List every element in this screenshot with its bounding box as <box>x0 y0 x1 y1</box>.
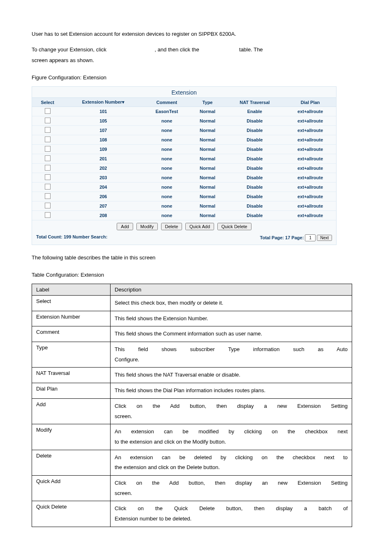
desc-row: Quick DeleteClick on the Quick Delete bu… <box>32 501 352 527</box>
cell-type: Normal <box>190 183 225 192</box>
row-checkbox[interactable] <box>45 108 51 114</box>
th-dial-plan[interactable]: Dial Plan <box>284 98 336 107</box>
cell-nat: Disable <box>225 164 284 173</box>
extension-table: Select Extension Number▾ Comment Type NA… <box>32 97 336 220</box>
add-button[interactable] <box>117 223 133 230</box>
table-row: 109noneNormalDisableext+allroute <box>32 145 336 154</box>
cell-nat: Disable <box>225 154 284 164</box>
cell-comment: none <box>143 126 190 135</box>
table-row: 107noneNormalDisableext+allroute <box>32 126 336 135</box>
quick-add-button[interactable] <box>185 223 214 230</box>
cell-ext-number[interactable]: 204 <box>63 183 143 192</box>
desc-row: ModifyAn extension can be modified by cl… <box>32 424 352 450</box>
desc-cell-description: This field shows the Comment information… <box>111 326 352 342</box>
cell-type: Normal <box>190 211 225 220</box>
desc-cell-label: Delete <box>32 450 111 475</box>
next-button[interactable] <box>317 235 332 241</box>
cell-comment: none <box>143 135 190 145</box>
table-row: 202noneNormalDisableext+allroute <box>32 164 336 173</box>
desc-cell-label: Dial Plan <box>32 383 111 399</box>
intro-line-3: screen appears as shown. <box>32 55 369 66</box>
cell-comment: none <box>143 154 190 164</box>
cell-type: Normal <box>190 192 225 201</box>
cell-ext-number[interactable]: 207 <box>63 201 143 211</box>
quick-delete-button[interactable] <box>217 223 251 230</box>
row-checkbox[interactable] <box>45 155 51 161</box>
cell-dial-plan: ext+allroute <box>284 116 336 126</box>
desc-cell-label: Type <box>32 342 111 368</box>
th-extension-number[interactable]: Extension Number▾ <box>63 98 143 107</box>
intro-2b: , and then click the <box>154 46 199 53</box>
cell-dial-plan: ext+allroute <box>284 192 336 201</box>
modify-button[interactable] <box>136 223 158 230</box>
cell-ext-number[interactable]: 101 <box>63 107 143 116</box>
row-checkbox[interactable] <box>45 203 51 208</box>
desc-row: DeleteAn extension can be deleted by cli… <box>32 450 352 475</box>
cell-comment: none <box>143 173 190 183</box>
cell-dial-plan: ext+allroute <box>284 126 336 135</box>
cell-nat: Disable <box>225 201 284 211</box>
cell-ext-number[interactable]: 108 <box>63 135 143 145</box>
cell-comment: none <box>143 211 190 220</box>
th-select[interactable]: Select <box>32 98 63 107</box>
cell-ext-number[interactable]: 203 <box>63 173 143 183</box>
row-checkbox[interactable] <box>45 118 51 123</box>
delete-button[interactable] <box>161 223 182 230</box>
desc-cell-label: Select <box>32 296 111 311</box>
row-checkbox[interactable] <box>45 127 51 133</box>
table-row: 105noneNormalDisableext+allroute <box>32 116 336 126</box>
desc-header-label: Label <box>32 284 111 296</box>
intro-2a: To change your Extension, click <box>32 46 106 53</box>
desc-cell-description: This field shows the Extension Number. <box>111 311 352 326</box>
cell-ext-number[interactable]: 206 <box>63 192 143 201</box>
panel-title: Extension <box>32 87 336 97</box>
cell-dial-plan: ext+allroute <box>284 145 336 154</box>
desc-cell-label: Comment <box>32 326 111 342</box>
cell-comment: none <box>143 164 190 173</box>
cell-nat: Disable <box>225 145 284 154</box>
total-count-label: Total Count: 199 Number Search: <box>36 234 107 241</box>
th-nat-traversal[interactable]: NAT Traversal <box>225 98 284 107</box>
page-input[interactable] <box>305 234 316 241</box>
table-row: 101EasonTestNormalEnableext+allroute <box>32 107 336 116</box>
row-checkbox[interactable] <box>45 165 51 171</box>
row-checkbox[interactable] <box>45 184 51 190</box>
cell-ext-number[interactable]: 107 <box>63 126 143 135</box>
th-type[interactable]: Type <box>190 98 225 107</box>
cell-ext-number[interactable]: 202 <box>63 164 143 173</box>
table-row: 204noneNormalDisableext+allroute <box>32 183 336 192</box>
cell-type: Normal <box>190 116 225 126</box>
desc-cell-label: Quick Add <box>32 475 111 501</box>
desc-cell-label: Quick Delete <box>32 501 111 527</box>
button-row <box>32 220 336 233</box>
total-page-label: Total Page: 17 Page: <box>260 235 304 240</box>
cell-dial-plan: ext+allroute <box>284 107 336 116</box>
row-checkbox[interactable] <box>45 174 51 180</box>
cell-ext-number[interactable]: 208 <box>63 211 143 220</box>
row-checkbox[interactable] <box>45 146 51 152</box>
mid-text: The following table describes the table … <box>32 252 369 263</box>
cell-dial-plan: ext+allroute <box>284 164 336 173</box>
row-checkbox[interactable] <box>45 136 51 142</box>
desc-cell-description: Click on the Quick Delete button, then d… <box>111 501 352 527</box>
cell-nat: Disable <box>225 211 284 220</box>
cell-dial-plan: ext+allroute <box>284 173 336 183</box>
cell-nat: Disable <box>225 135 284 145</box>
desc-cell-description: This field shows the NAT Traversal enabl… <box>111 368 352 383</box>
desc-cell-label: Modify <box>32 424 111 450</box>
row-checkbox[interactable] <box>45 193 51 199</box>
desc-cell-description: An extension can be modified by clicking… <box>111 424 352 450</box>
totals-row: Total Count: 199 Number Search: Total Pa… <box>32 233 336 245</box>
row-checkbox[interactable] <box>45 212 51 218</box>
cell-dial-plan: ext+allroute <box>284 135 336 145</box>
desc-row: NAT TraversalThis field shows the NAT Tr… <box>32 368 352 383</box>
th-comment[interactable]: Comment <box>143 98 190 107</box>
cell-ext-number[interactable]: 201 <box>63 154 143 164</box>
cell-ext-number[interactable]: 109 <box>63 145 143 154</box>
cell-comment: none <box>143 192 190 201</box>
cell-comment: none <box>143 145 190 154</box>
table-row: 207noneNormalDisableext+allroute <box>32 201 336 211</box>
cell-nat: Disable <box>225 126 284 135</box>
desc-cell-description: Click on the Add button, then display an… <box>111 475 352 501</box>
cell-ext-number[interactable]: 105 <box>63 116 143 126</box>
